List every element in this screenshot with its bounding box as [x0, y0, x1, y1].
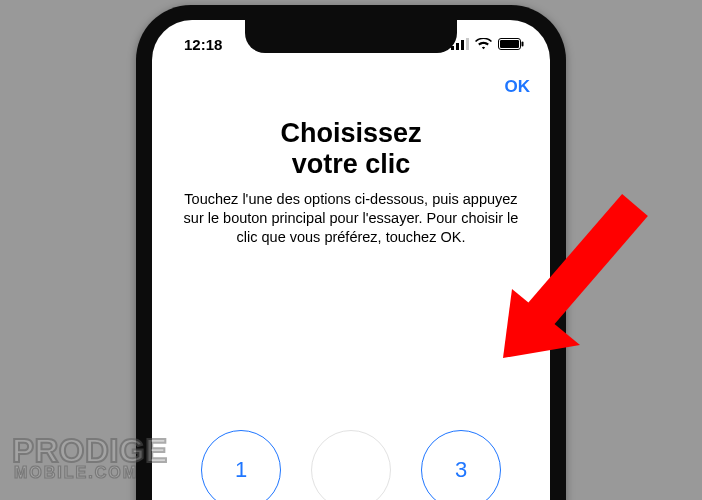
svg-rect-2 — [461, 40, 464, 50]
status-icons — [451, 38, 524, 50]
svg-rect-6 — [522, 42, 524, 47]
svg-rect-1 — [456, 43, 459, 50]
nav-bar: OK — [152, 66, 550, 108]
page-subtitle: Touchez l'une des options ci-dessous, pu… — [178, 190, 524, 247]
notch — [245, 20, 457, 53]
ok-button[interactable]: OK — [505, 77, 531, 97]
svg-rect-5 — [500, 40, 519, 48]
phone-frame: 12:18 — [136, 5, 566, 500]
wifi-icon — [475, 38, 492, 50]
battery-icon — [498, 38, 524, 50]
screen: 12:18 — [152, 20, 550, 500]
status-time: 12:18 — [184, 36, 222, 53]
svg-rect-3 — [466, 38, 469, 50]
option-2-button[interactable] — [311, 430, 391, 500]
option-1-button[interactable]: 1 — [201, 430, 281, 500]
watermark: PRODIGE MOBILE.COM — [12, 436, 168, 482]
page-title: Choisissez votre clic — [178, 118, 524, 180]
title-line-2: votre clic — [292, 149, 411, 179]
watermark-brand: PRODIGE — [12, 436, 168, 466]
content: Choisissez votre clic Touchez l'une des … — [152, 118, 550, 247]
click-options: 1 3 — [152, 430, 550, 500]
option-3-button[interactable]: 3 — [421, 430, 501, 500]
title-line-1: Choisissez — [280, 118, 421, 148]
